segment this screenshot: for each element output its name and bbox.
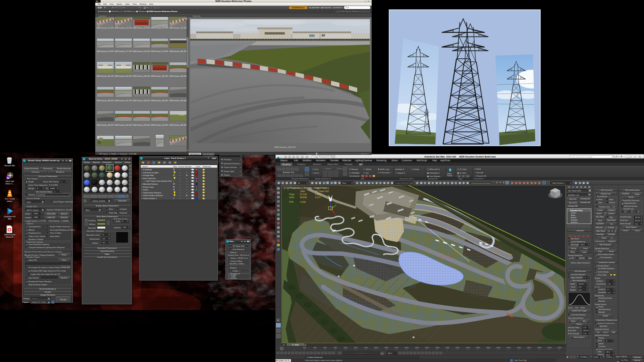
svg-text:R: R [413,336,415,339]
svg-text:3.208: 3.208 [300,201,306,203]
svg-text:R: R [353,264,355,267]
svg-text:FPS:: FPS: [289,201,294,203]
svg-text:Verts:: Verts: [289,196,295,198]
svg-text:Total:: Total: [300,190,306,192]
svg-text:N: N [338,275,340,278]
svg-text:HV Tower 003: HV Tower 003 [315,190,329,192]
svg-text:65,838: 65,838 [300,196,307,198]
svg-text:4,272: 4,272 [315,196,321,198]
svg-text:3,499: 3,499 [315,193,321,195]
svg-text:Polys:: Polys: [289,193,295,196]
svg-text:y: y [336,202,337,204]
svg-text:x: x [334,214,335,216]
svg-text:[ + ] [ Perspective ] [ Realis: [ + ] [ Perspective ] [ Realistic + Edge… [284,187,329,189]
svg-text:57,140: 57,140 [300,193,307,195]
